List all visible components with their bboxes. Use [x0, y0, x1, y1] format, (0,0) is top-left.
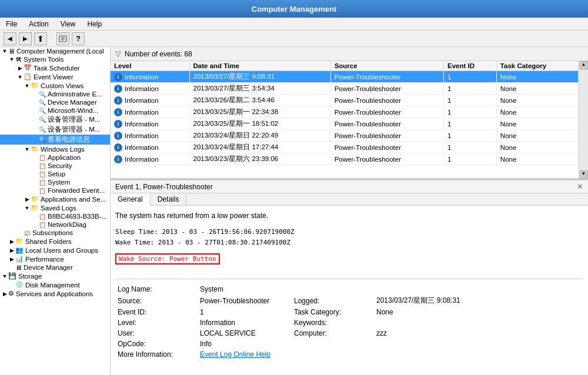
menu-action[interactable]: Action: [26, 19, 51, 29]
cell-source: Power-Troubleshooter: [330, 153, 443, 165]
scroll-down-btn[interactable]: ▼: [580, 170, 588, 179]
opcode-label: OpCode:: [115, 339, 198, 349]
info-icon: i: [114, 155, 122, 163]
sidebar-item-saved-logs[interactable]: ▼ 📁 Saved Logs: [0, 203, 110, 212]
sidebar-item-security[interactable]: 📋 Security: [0, 162, 110, 170]
table-row[interactable]: iInformation2013/03/27/星期三 9:08:31Power-…: [111, 71, 579, 83]
table-row[interactable]: iInformation2013/03/24/星期日 22:20:49Power…: [111, 130, 579, 142]
cell-datetime: 2013/03/26/星期二 3:54:46: [189, 95, 330, 106]
keywords-value: [374, 317, 583, 328]
toolbar: ◀ ▶ ⬆ ?: [0, 31, 588, 47]
cell-eventid: 1: [443, 71, 496, 83]
task-cat-value: None: [374, 307, 583, 317]
sidebar: ▼ 🖥 Computer Management (Local ▼ 🛠 Syste…: [0, 47, 111, 375]
table-row[interactable]: iInformation2013/03/23/星期六 23:39:06Power…: [111, 153, 579, 165]
sidebar-item-device-mgr-1[interactable]: 🔍 设备管理器 - M...: [0, 115, 110, 125]
user-label: User:: [115, 328, 198, 339]
props-table: Log Name: System Source: Power-Troublesh…: [115, 284, 583, 360]
sidebar-root[interactable]: ▼ 🖥 Computer Management (Local: [0, 47, 110, 55]
event-detail-panel: Event 1, Power-Troubleshooter ✕ General …: [111, 179, 588, 375]
sidebar-item-subscriptions[interactable]: 📰 Subscriptions: [0, 229, 110, 237]
table-row[interactable]: iInformation2013/03/26/星期二 3:54:46Power-…: [111, 95, 579, 106]
col-level: Level: [111, 61, 189, 71]
tab-details[interactable]: Details: [151, 193, 187, 205]
event-id-value: 1: [198, 307, 292, 317]
scrollbar-v[interactable]: ▲ ▼: [579, 61, 588, 179]
sidebar-item-windows-logs[interactable]: ▼ 📁 Windows Logs: [0, 145, 110, 153]
window-title: Computer Management: [252, 5, 336, 14]
filter-icon: ▽: [115, 49, 121, 58]
sidebar-item-power-info[interactable]: 🔍 查看电源信息: [0, 135, 110, 145]
table-row[interactable]: iInformation2013/03/24/星期日 17:27:44Power…: [111, 142, 579, 153]
sidebar-item-application[interactable]: 📋 Application: [0, 153, 110, 162]
cell-level: iInformation: [111, 71, 189, 83]
sidebar-item-event-viewer[interactable]: ▼ 📋 Event Viewer: [0, 72, 110, 81]
sidebar-item-task-scheduler[interactable]: ▶ 📅 Task Scheduler: [0, 63, 110, 72]
menu-help[interactable]: Help: [85, 19, 105, 29]
cell-eventid: 1: [443, 106, 496, 118]
menu-file[interactable]: File: [4, 19, 19, 29]
sidebar-item-apps-services[interactable]: ▶ 📁 Applications and Se...: [0, 195, 110, 203]
back-button[interactable]: ◀: [4, 32, 16, 45]
sidebar-item-b8bc[interactable]: 📋 B8BC4693-B33B-...: [0, 212, 110, 220]
sleep-time: Sleep Time: 2013 - 03 - 26T19:56:06.9207…: [115, 227, 583, 237]
sidebar-item-ms-windows[interactable]: 🔍 Microsoft-Wind...: [0, 106, 110, 115]
cell-datetime: 2013/03/24/星期日 22:20:49: [189, 130, 330, 142]
event-table-container[interactable]: Level Date and Time Source Event ID Task…: [111, 61, 579, 179]
sidebar-item-networkdiag[interactable]: 📋 NetworkDiag: [0, 220, 110, 229]
table-row[interactable]: iInformation2013/03/25/星期一 22:34:38Power…: [111, 106, 579, 118]
sidebar-item-shared-folders[interactable]: ▶ 📁 Shared Folders: [0, 237, 110, 246]
info-icon: i: [114, 96, 122, 105]
col-source: Source: [330, 61, 443, 71]
cell-level: iInformation: [111, 106, 189, 118]
sidebar-item-services[interactable]: ▶ ⚙ Services and Applications: [0, 289, 110, 298]
table-row[interactable]: iInformation2013/03/27/星期三 3:54:34Power-…: [111, 83, 579, 95]
sidebar-item-system-tools[interactable]: ▼ 🛠 System Tools: [0, 55, 110, 63]
prop-row-more-info: More Information: Event Log Online Help: [115, 349, 583, 360]
sidebar-item-disk-mgmt[interactable]: 💿 Disk Management: [0, 280, 110, 289]
help-button[interactable]: ?: [72, 32, 85, 45]
menu-bar: File Action View Help: [0, 18, 588, 31]
event-list-header: ▽ Number of events: 68: [111, 47, 588, 61]
info-icon: i: [114, 73, 122, 81]
col-eventid: Event ID: [443, 61, 496, 71]
sidebar-item-forwarded-events[interactable]: 📋 Forwarded Event...: [0, 186, 110, 195]
keywords-label: Keywords:: [292, 317, 374, 328]
menu-view[interactable]: View: [58, 19, 78, 29]
cell-eventid: 1: [443, 95, 496, 106]
level-label: Level:: [115, 317, 198, 328]
sidebar-item-performance[interactable]: ▶ 📊 Performance: [0, 255, 110, 263]
cell-category: None: [496, 130, 578, 142]
properties-button[interactable]: [56, 32, 69, 45]
cell-datetime: 2013/03/25/星期一 22:34:38: [189, 106, 330, 118]
cell-eventid: 1: [443, 83, 496, 95]
cell-level: iInformation: [111, 95, 189, 106]
sidebar-item-storage[interactable]: ▼ 💾 Storage: [0, 272, 110, 280]
task-cat-label: Task Category:: [292, 307, 374, 317]
sidebar-item-system[interactable]: 📋 System: [0, 178, 110, 186]
detail-message: The system has returned from a low power…: [115, 210, 583, 221]
sidebar-item-setup[interactable]: 📋 Setup: [0, 170, 110, 178]
sidebar-item-custom-views[interactable]: ▼ 📁 Custom Views: [0, 81, 110, 90]
sidebar-item-device-manager-custom[interactable]: 🔍 Device Manager: [0, 98, 110, 106]
sidebar-item-device-manager[interactable]: 🖥 Device Manager: [0, 263, 110, 272]
col-datetime: Date and Time: [189, 61, 330, 71]
table-row[interactable]: iInformation2013/03/25/星期一 18:51:02Power…: [111, 118, 579, 130]
close-icon[interactable]: ✕: [577, 182, 583, 191]
forward-button[interactable]: ▶: [19, 32, 32, 45]
sidebar-item-local-users[interactable]: ▶ 👥 Local Users and Groups: [0, 246, 110, 255]
sidebar-item-admin-events[interactable]: 🔍 Administrative E...: [0, 90, 110, 98]
cell-eventid: 1: [443, 142, 496, 153]
computer-value: zzz: [374, 328, 583, 339]
up-button[interactable]: ⬆: [34, 32, 47, 45]
logged-label: Logged:: [292, 294, 374, 307]
event-log-link[interactable]: Event Log Online Help: [200, 350, 270, 359]
expand-arrow: ▼: [1, 48, 8, 54]
prop-row-source: Source: Power-Troubleshooter Logged: 201…: [115, 294, 583, 307]
scroll-up-btn[interactable]: ▲: [580, 61, 588, 69]
col-category: Task Category: [496, 61, 578, 71]
tab-general[interactable]: General: [111, 193, 151, 206]
level-text: Information: [125, 97, 159, 104]
sidebar-item-device-mgr-2[interactable]: 🔍 设备管理器 - M...: [0, 125, 110, 135]
info-icon: i: [114, 120, 122, 128]
